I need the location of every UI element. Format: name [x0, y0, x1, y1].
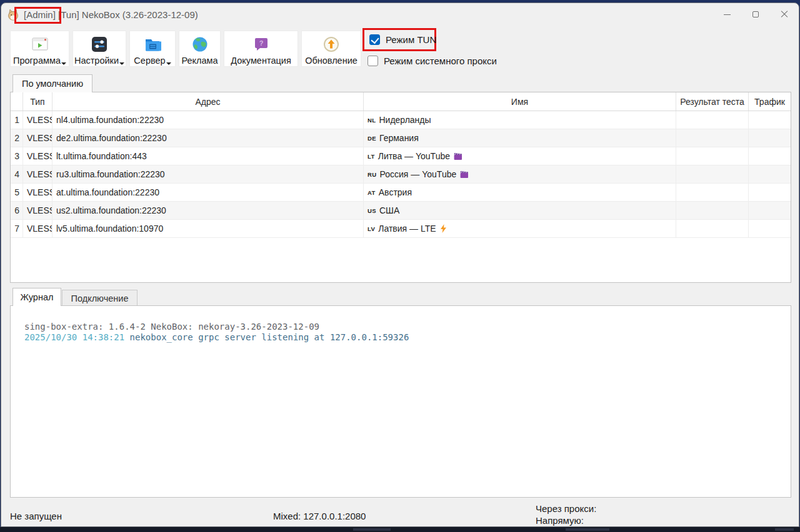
system-proxy-checkbox[interactable]: Режим системного прокси — [368, 56, 497, 66]
globe-icon — [192, 35, 208, 54]
row-type: VLESS — [23, 111, 52, 129]
row-test-result — [676, 184, 749, 202]
update-button[interactable]: Обновление — [301, 31, 361, 67]
row-address: us2.ultima.foundation:22230 — [52, 202, 364, 220]
tab-connection[interactable]: Подключение — [62, 290, 138, 306]
toolbar-button-label: Настройки — [74, 56, 119, 66]
checkbox-unchecked-icon[interactable] — [368, 56, 378, 66]
country-code: AT — [368, 189, 376, 196]
minimize-button[interactable] — [712, 3, 741, 26]
close-button[interactable] — [770, 3, 799, 26]
server-row[interactable]: 6 VLESS us2.ultima.foundation:22230 US С… — [11, 202, 791, 220]
server-name-text: Россия — YouTube — [380, 169, 457, 179]
titlebar[interactable]: [Admin] [Tun] NekoBox (3.26-2023-12-09) — [1, 3, 799, 26]
tab-log[interactable]: Журнал — [12, 288, 61, 306]
header-traffic[interactable]: Трафик — [749, 92, 791, 111]
log-timestamp: 2025/10/30 14:38:21 — [24, 332, 124, 342]
maximize-icon — [752, 11, 759, 17]
tab-label: Журнал — [21, 292, 54, 302]
svg-text:?: ? — [259, 39, 263, 47]
dropdown-arrow-icon — [166, 62, 171, 65]
tab-label: Подключение — [71, 293, 129, 303]
row-address: ru3.ultima.foundation:22230 — [52, 165, 364, 184]
row-test-result — [676, 220, 749, 238]
via-proxy-label: Через прокси: — [536, 503, 596, 515]
row-name: DE Германия — [364, 129, 676, 147]
row-number: 1 — [11, 111, 23, 129]
row-type: VLESS — [23, 147, 52, 165]
header-name[interactable]: Имя — [364, 92, 676, 111]
row-test-result — [676, 111, 749, 129]
toolbar-button-label: Документация — [231, 56, 291, 66]
clapper-icon — [460, 170, 469, 179]
row-traffic — [749, 165, 791, 184]
row-test-result — [676, 129, 749, 147]
dropdown-arrow-icon — [61, 62, 66, 65]
header-test-result[interactable]: Результат теста — [676, 92, 749, 111]
maximize-button[interactable] — [741, 3, 770, 26]
row-number: 2 — [11, 129, 23, 147]
row-test-result — [676, 165, 749, 184]
documentation-button[interactable]: ? Документация — [224, 31, 298, 67]
server-table-header[interactable]: Тип Адрес Имя Результат теста Трафик — [11, 92, 791, 111]
server-name-text: Германия — [379, 133, 419, 143]
minimize-icon — [724, 14, 731, 15]
country-code: RU — [368, 171, 377, 178]
server-row[interactable]: 4 VLESS ru3.ultima.foundation:22230 RU Р… — [11, 165, 791, 184]
settings-menu-button[interactable]: Настройки — [72, 31, 126, 67]
tun-mode-label: Режим TUN — [386, 34, 436, 45]
row-name: LV Латвия — LTE — [364, 220, 676, 238]
row-traffic — [749, 129, 791, 147]
row-type: VLESS — [23, 184, 52, 202]
server-row[interactable]: 1 VLESS nl4.ultima.foundation:22230 NL Н… — [11, 111, 791, 129]
row-address: lv5.ultima.foundation:10970 — [52, 220, 364, 238]
server-row[interactable]: 3 VLESS lt.ultima.foundation:443 LT Литв… — [11, 147, 791, 165]
country-code: NL — [368, 117, 376, 124]
row-test-result — [676, 147, 749, 165]
server-row[interactable]: 7 VLESS lv5.ultima.foundation:10970 LV Л… — [11, 220, 791, 238]
server-row[interactable]: 2 VLESS de2.ultima.foundation:22230 DE Г… — [11, 129, 791, 147]
ads-button[interactable]: Реклама — [179, 31, 221, 67]
checkbox-checked-icon[interactable] — [369, 34, 380, 45]
row-traffic — [749, 111, 791, 129]
log-line-grpc: 2025/10/30 14:38:21 nekobox_core grpc se… — [24, 332, 791, 343]
row-type: VLESS — [23, 129, 52, 147]
header-rownum — [11, 92, 23, 111]
tab-default-profile[interactable]: По умолчанию — [12, 74, 92, 92]
row-address: lt.ultima.foundation:443 — [52, 147, 364, 165]
taskbar-strip[interactable] — [0, 527, 800, 532]
toolbar-button-label: Реклама — [181, 56, 218, 66]
status-bar: Не запущен Mixed: 127.0.0.1:2080 Через п… — [1, 498, 799, 527]
tun-mode-checkbox[interactable]: Режим TUN — [362, 28, 436, 51]
program-menu-button[interactable]: Программа — [10, 31, 69, 67]
server-menu-button[interactable]: Сервер — [129, 31, 176, 67]
status-mixed-listen: Mixed: 127.0.0.1:2080 — [273, 511, 366, 521]
clapper-icon — [454, 152, 463, 160]
country-code: LT — [368, 153, 375, 160]
system-proxy-label: Режим системного прокси — [384, 56, 497, 66]
server-name-text: Нидерланды — [379, 115, 431, 125]
row-name: US США — [364, 202, 676, 220]
program-window-icon — [31, 35, 49, 54]
toolbar-button-label: Сервер — [134, 56, 165, 66]
header-type[interactable]: Тип — [23, 92, 52, 111]
server-name-text: Литва — YouTube — [378, 151, 450, 161]
log-panel: sing-box-extra: 1.6.4-2 NekoBox: nekoray… — [10, 305, 791, 498]
log-message: nekobox_core grpc server listening at 12… — [124, 332, 409, 342]
toolbar-button-label: Обновление — [305, 56, 358, 66]
row-traffic — [749, 220, 791, 238]
server-name-text: Австрия — [379, 187, 412, 197]
row-test-result — [676, 202, 749, 220]
server-name-text: Латвия — LTE — [378, 224, 436, 234]
bolt-icon — [440, 224, 447, 233]
row-name: NL Нидерланды — [364, 111, 676, 129]
row-traffic — [749, 184, 791, 202]
question-bubble-icon: ? — [253, 35, 269, 54]
server-row[interactable]: 5 VLESS at.ultima.foundation:22230 AT Ав… — [11, 184, 791, 202]
row-number: 7 — [11, 220, 23, 238]
country-code: DE — [368, 135, 376, 142]
status-traffic-labels: Через прокси: Напрямую: — [536, 503, 596, 526]
header-address[interactable]: Адрес — [52, 92, 364, 111]
settings-sliders-icon — [91, 35, 108, 54]
row-number: 4 — [11, 165, 23, 184]
